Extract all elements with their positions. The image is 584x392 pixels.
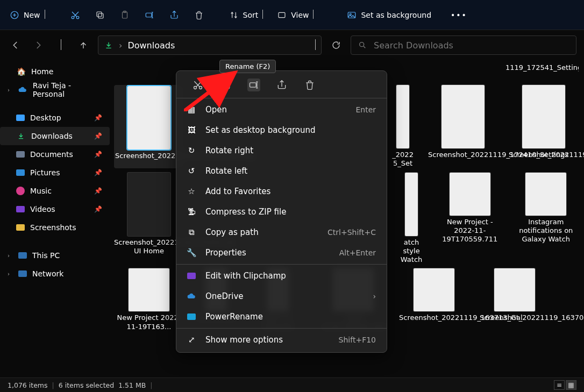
expand-icon[interactable]: › xyxy=(8,253,13,259)
powerrename-icon xyxy=(186,313,197,320)
file-tile[interactable]: Screenshot_20221119_172339_Settings xyxy=(509,85,579,168)
ctx-copy-path[interactable]: ⧉Copy as pathCtrl+Shift+C xyxy=(176,222,387,243)
up-button[interactable] xyxy=(75,37,91,53)
sidebar-home-label: Home xyxy=(31,67,53,76)
cut-button[interactable] xyxy=(65,5,86,25)
chevron-down-icon[interactable] xyxy=(315,40,316,51)
copy-button[interactable] xyxy=(89,5,111,25)
new-button[interactable]: New xyxy=(4,5,51,25)
ctx-onedrive[interactable]: OneDrive› xyxy=(176,286,387,307)
breadcrumb-current[interactable]: Downloads xyxy=(127,40,175,51)
delete-button[interactable] xyxy=(188,5,210,25)
paste-button[interactable] xyxy=(114,5,136,25)
ctx-share-button[interactable] xyxy=(275,79,288,91)
svg-rect-7 xyxy=(146,13,152,17)
file-tile[interactable]: Screenshot_20221119_172533_Settings xyxy=(114,85,184,168)
sidebar: 🏠 Home › Ravi Teja - Personal Desktop📌 D… xyxy=(0,60,110,377)
forward-button[interactable] xyxy=(30,37,46,53)
sidebar-onedrive[interactable]: › Ravi Teja - Personal xyxy=(0,81,110,99)
rotate-left-icon: ↺ xyxy=(186,166,197,176)
sidebar-item-screenshots[interactable]: Screenshots xyxy=(0,218,110,237)
pin-icon: 📌 xyxy=(94,114,102,122)
ctx-open[interactable]: ▦OpenEnter xyxy=(176,99,387,120)
file-tile[interactable]: Screenshot_20221119_163707_Gal xyxy=(480,268,550,331)
ctx-label: Rotate left xyxy=(205,166,247,176)
file-name: Instagram notifications on Galaxy Watch xyxy=(514,218,579,244)
ctx-compress-zip[interactable]: 🗜Compress to ZIP file xyxy=(176,202,387,222)
file-name: New Project - 2022-11-19T170559.711 xyxy=(437,218,502,244)
cloud-icon xyxy=(18,85,27,95)
file-tile[interactable]: Screenshot_20221119_172310_Se UI Home xyxy=(114,173,184,265)
ctx-set-desktop-bg[interactable]: 🖼Set as desktop background xyxy=(176,120,387,140)
ctx-cut-button[interactable] xyxy=(191,79,204,91)
pictures-icon xyxy=(16,169,25,176)
sort-label: Sort xyxy=(243,11,259,19)
picture-icon xyxy=(347,10,357,20)
rename-button[interactable] xyxy=(139,5,160,25)
refresh-button[interactable] xyxy=(328,37,344,53)
file-tile[interactable]: Instagram notifications on Galaxy Watch xyxy=(514,173,579,265)
more-button[interactable]: ••• xyxy=(445,5,473,25)
ctx-powerrename[interactable]: PowerRename xyxy=(176,307,387,327)
expand-icon[interactable]: › xyxy=(8,271,13,277)
sidebar-label: Screenshots xyxy=(30,223,76,232)
thumbnails-view-button[interactable]: ▦ xyxy=(566,380,576,390)
sidebar-item-videos[interactable]: Videos📌 xyxy=(0,200,110,218)
ctx-clipchamp[interactable]: Edit with Clipchamp xyxy=(176,266,387,286)
ctx-delete-button[interactable] xyxy=(303,79,316,91)
file-tile[interactable]: Screenshot_20221119_163713_Gal xyxy=(399,268,469,331)
pc-icon xyxy=(18,252,27,259)
file-tile[interactable]: atch style Watch xyxy=(396,173,426,265)
share-icon xyxy=(169,10,179,20)
file-tile[interactable]: New Project 2022-11-19T163... xyxy=(114,268,184,331)
expand-icon[interactable]: › xyxy=(8,87,13,93)
file-tile[interactable]: _2022 5_Set xyxy=(388,85,417,168)
back-button[interactable] xyxy=(8,37,24,53)
search-box[interactable]: Search Downloads xyxy=(351,35,576,55)
ctx-rename-button[interactable] xyxy=(247,79,260,91)
sidebar-thispc[interactable]: ›This PC xyxy=(0,246,110,265)
thumbnail xyxy=(127,86,170,149)
context-menu: ▦OpenEnter 🖼Set as desktop background ↻R… xyxy=(176,70,387,353)
sidebar-item-music[interactable]: Music📌 xyxy=(0,182,110,200)
ctx-add-favorites[interactable]: ☆Add to Favorites xyxy=(176,181,387,202)
file-tile[interactable]: 1119_172541_Settings xyxy=(505,63,575,81)
ctx-show-more[interactable]: ⤢Show more optionsShift+F10 xyxy=(176,330,387,350)
ctx-rotate-left[interactable]: ↺Rotate left xyxy=(176,161,387,181)
ctx-copy-button[interactable] xyxy=(219,79,232,91)
file-tile[interactable]: New Project - 2022-11-19T170559.711 xyxy=(437,173,502,265)
thumbnail xyxy=(414,268,454,311)
status-bar: 1,076 items | 6 items selected 1.51 MB |… xyxy=(0,377,584,392)
recent-button[interactable] xyxy=(53,37,69,53)
sidebar-item-pictures[interactable]: Pictures📌 xyxy=(0,163,110,182)
sidebar-label: Desktop xyxy=(30,113,61,122)
sidebar-item-downloads[interactable]: Downloads📌 xyxy=(0,127,110,145)
svg-point-13 xyxy=(194,87,197,89)
star-icon: ☆ xyxy=(186,187,197,196)
ctx-properties[interactable]: 🔧PropertiesAlt+Enter xyxy=(176,243,387,263)
sidebar-home[interactable]: 🏠 Home xyxy=(0,62,110,81)
svg-point-11 xyxy=(360,42,364,47)
file-name: Screenshot_20221119_163713_Gal xyxy=(399,313,469,322)
thumbnail xyxy=(129,268,169,311)
set-background-button[interactable]: Set as background xyxy=(341,5,437,25)
file-name: Screenshot_20221119_172339_Settings xyxy=(509,151,579,159)
ctx-label: OneDrive xyxy=(205,291,244,301)
rename-icon xyxy=(145,10,154,20)
search-placeholder: Search Downloads xyxy=(374,40,453,51)
sort-button[interactable]: Sort xyxy=(224,5,269,25)
sidebar-item-documents[interactable]: Documents📌 xyxy=(0,145,110,163)
file-tile[interactable]: Screenshot_20221119_172410_Settings xyxy=(428,85,498,168)
new-label: New xyxy=(24,11,40,19)
videos-icon xyxy=(16,206,25,212)
pin-icon: 📌 xyxy=(94,205,102,213)
sort-icon xyxy=(229,10,239,20)
view-button[interactable]: View xyxy=(272,5,319,25)
address-bar[interactable]: › Downloads xyxy=(98,35,322,55)
sidebar-item-desktop[interactable]: Desktop📌 xyxy=(0,109,110,127)
share-button[interactable] xyxy=(163,5,185,25)
file-name: atch style Watch xyxy=(396,238,426,265)
ctx-rotate-right[interactable]: ↻Rotate right xyxy=(176,140,387,161)
details-view-button[interactable]: ≡ xyxy=(554,380,565,390)
sidebar-network[interactable]: ›Network xyxy=(0,265,110,283)
